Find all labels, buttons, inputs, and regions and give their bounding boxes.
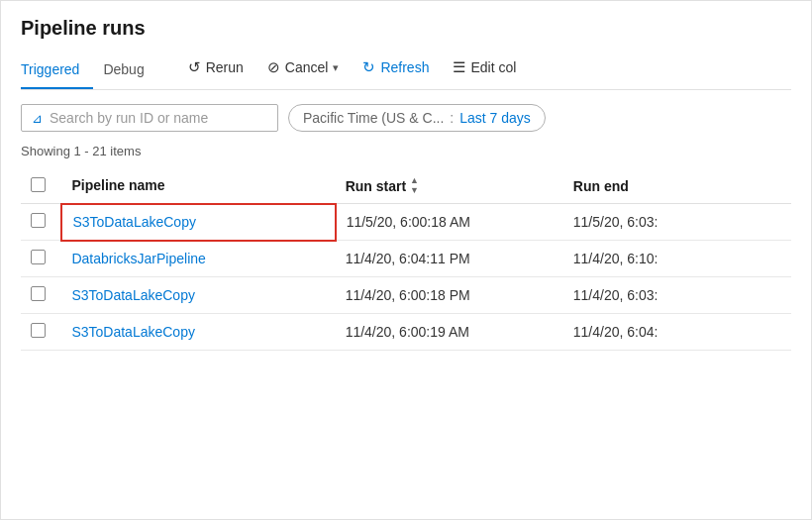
row-checkbox[interactable]: [31, 323, 46, 338]
row-run-end: 11/4/20, 6:04:: [563, 314, 791, 351]
pipeline-name-link[interactable]: S3ToDataLakeCopy: [71, 287, 195, 303]
row-pipeline-name: S3ToDataLakeCopy: [61, 277, 335, 314]
header-run-start[interactable]: Run start ▲ ▼: [336, 168, 563, 204]
refresh-icon: ↻: [362, 58, 375, 76]
row-checkbox-cell: [21, 204, 61, 241]
filter-icon: ⊿: [32, 111, 43, 126]
table-row: S3ToDataLakeCopy11/4/20, 6:00:18 PM11/4/…: [21, 277, 791, 314]
rerun-button[interactable]: ↺ Rerun: [178, 53, 254, 81]
tab-debug[interactable]: Debug: [103, 53, 157, 89]
time-range-button[interactable]: Pacific Time (US & C... : Last 7 days: [288, 104, 546, 132]
row-checkbox-cell: [21, 277, 61, 314]
row-run-start: 11/4/20, 6:00:19 AM: [336, 314, 563, 351]
pipeline-name-link[interactable]: DatabricksJarPipeline: [71, 251, 205, 266]
pipeline-name-link[interactable]: S3ToDataLakeCopy: [71, 324, 195, 340]
pipeline-name-link[interactable]: S3ToDataLakeCopy: [72, 214, 196, 230]
table-row: S3ToDataLakeCopy11/5/20, 6:00:18 AM11/5/…: [21, 204, 791, 241]
pipeline-runs-panel: Pipeline runs Triggered Debug ↺ Rerun ⊘ …: [0, 0, 812, 520]
select-all-checkbox[interactable]: [31, 177, 46, 192]
row-pipeline-name: S3ToDataLakeCopy: [61, 204, 335, 241]
search-placeholder: Search by run ID or name: [50, 110, 208, 126]
cancel-chevron-icon: ▾: [333, 61, 339, 74]
row-run-end: 11/4/20, 6:10:: [563, 241, 791, 277]
cancel-icon: ⊘: [267, 58, 280, 76]
header-run-end: Run end: [563, 168, 791, 204]
header-checkbox-cell: [21, 168, 61, 204]
row-checkbox[interactable]: [31, 286, 46, 301]
table-row: S3ToDataLakeCopy11/4/20, 6:00:19 AM11/4/…: [21, 314, 791, 351]
filter-row: ⊿ Search by run ID or name Pacific Time …: [21, 104, 791, 132]
pipeline-table: Pipeline name Run start ▲ ▼ Run end: [21, 168, 791, 351]
row-run-start: 11/4/20, 6:04:11 PM: [336, 241, 563, 277]
search-box[interactable]: ⊿ Search by run ID or name: [21, 104, 278, 132]
table-header-row: Pipeline name Run start ▲ ▼ Run end: [21, 168, 791, 204]
row-pipeline-name: S3ToDataLakeCopy: [61, 314, 335, 351]
page-title: Pipeline runs: [21, 17, 791, 40]
row-checkbox[interactable]: [31, 250, 46, 264]
row-checkbox[interactable]: [31, 213, 46, 228]
refresh-button[interactable]: ↻ Refresh: [353, 53, 439, 81]
timezone-label: Pacific Time (US & C...: [303, 110, 444, 126]
row-run-end: 11/5/20, 6:03:: [563, 204, 791, 241]
date-range-label: Last 7 days: [459, 110, 531, 126]
table-body: S3ToDataLakeCopy11/5/20, 6:00:18 AM11/5/…: [21, 204, 791, 351]
header-pipeline-name: Pipeline name: [61, 168, 335, 204]
tab-triggered[interactable]: Triggered: [21, 53, 93, 89]
row-run-start: 11/5/20, 6:00:18 AM: [336, 204, 563, 241]
toolbar-actions: ↺ Rerun ⊘ Cancel ▾ ↻ Refresh ☰ Edit col: [178, 53, 527, 89]
tabs-toolbar: Triggered Debug ↺ Rerun ⊘ Cancel ▾ ↻ Ref…: [21, 53, 791, 90]
editcol-icon: ☰: [453, 58, 465, 76]
row-run-start: 11/4/20, 6:00:18 PM: [336, 277, 563, 314]
showing-label: Showing 1 - 21 items: [21, 144, 791, 158]
row-checkbox-cell: [21, 241, 61, 277]
cancel-button[interactable]: ⊘ Cancel ▾: [257, 53, 350, 81]
sort-icon: ▲ ▼: [410, 176, 419, 195]
edit-columns-button[interactable]: ☰ Edit col: [443, 53, 526, 81]
row-checkbox-cell: [21, 314, 61, 351]
row-pipeline-name: DatabricksJarPipeline: [61, 241, 335, 277]
row-run-end: 11/4/20, 6:03:: [563, 277, 791, 314]
rerun-icon: ↺: [188, 58, 201, 76]
table-row: DatabricksJarPipeline11/4/20, 6:04:11 PM…: [21, 241, 791, 277]
